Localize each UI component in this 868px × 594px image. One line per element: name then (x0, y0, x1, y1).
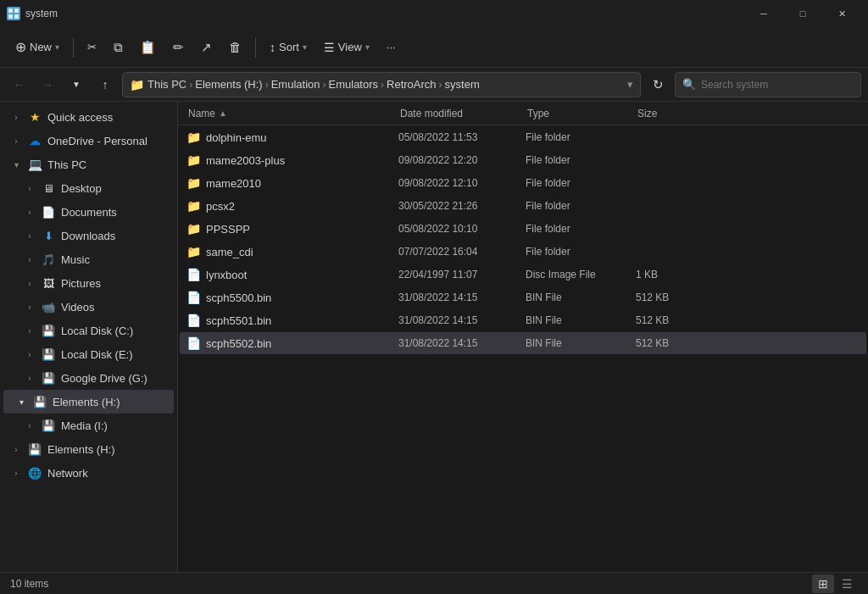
file-doc-icon: 📄 (186, 336, 201, 350)
file-size: 512 KB (636, 314, 704, 326)
sidebar-label-documents: Documents (61, 206, 117, 219)
sidebar-item-downloads[interactable]: › ⬇ Downloads (3, 224, 174, 247)
window-title: system (25, 8, 58, 19)
svg-rect-1 (14, 8, 19, 13)
sidebar-item-onedrive[interactable]: › ☁ OneDrive - Personal (3, 129, 174, 153)
file-size: 512 KB (636, 337, 704, 349)
sidebar-item-media-i[interactable]: › 💾 Media (I:) (3, 414, 174, 437)
title-bar: system ─ □ ✕ (0, 0, 868, 27)
quick-access-icon: ★ (27, 109, 42, 125)
back-button[interactable]: ← (7, 73, 31, 97)
col-size-label: Size (637, 108, 657, 119)
list-view-button[interactable]: ☰ (836, 575, 858, 593)
up-button[interactable]: ↑ (93, 73, 117, 97)
file-type: File folder (526, 177, 636, 189)
file-date: 05/08/2022 11:53 (398, 131, 526, 143)
path-sep-4: › (381, 79, 384, 91)
sidebar-item-elements-h[interactable]: ▾ 💾 Elements (H:) (3, 390, 174, 414)
cut-icon: ✂ (87, 41, 97, 53)
table-row[interactable]: 📄 lynxboot 22/04/1997 11:07 Disc Image F… (180, 264, 866, 286)
maximize-button[interactable]: □ (783, 0, 822, 27)
address-path[interactable]: 📁 This PC › Elements (H:) › Emulation › … (122, 72, 641, 97)
file-doc-icon: 📄 (186, 291, 201, 304)
cut-button[interactable]: ✂ (81, 36, 103, 58)
search-box[interactable]: 🔍 (675, 72, 861, 97)
close-button[interactable]: ✕ (822, 0, 861, 27)
search-input[interactable] (701, 79, 854, 91)
sidebar-item-videos[interactable]: › 📹 Videos (3, 295, 174, 319)
toolbar-separator-1 (73, 37, 74, 58)
view-icon: ☰ (324, 41, 335, 54)
path-part-1: This PC (147, 78, 186, 91)
sidebar-label-desktop: Desktop (61, 182, 102, 195)
network-expand-icon: › (10, 467, 22, 479)
paste-button[interactable]: 📋 (133, 36, 163, 59)
table-row[interactable]: 📁 dolphin-emu 05/08/2022 11:53 File fold… (180, 126, 866, 148)
new-button[interactable]: ⊕ New ▾ (8, 35, 66, 59)
recent-button[interactable]: ▼ (64, 73, 88, 97)
path-part-5: RetroArch (387, 78, 437, 91)
col-header-name[interactable]: Name ▲ (185, 102, 397, 125)
copy-button[interactable]: ⧉ (107, 36, 130, 59)
table-row[interactable]: 📁 PPSSPP 05/08/2022 10:10 File folder (180, 218, 866, 240)
share-button[interactable]: ↗ (194, 36, 219, 59)
rename-button[interactable]: ✏ (166, 36, 191, 59)
file-name: scph5501.bin (206, 314, 271, 327)
col-header-date[interactable]: Date modified (397, 102, 524, 125)
path-folder-icon: 📁 (130, 78, 144, 92)
col-header-type[interactable]: Type (524, 102, 634, 125)
file-type: File folder (526, 200, 636, 212)
sidebar-label-local-c: Local Disk (C:) (61, 325, 133, 337)
sidebar-label-pictures: Pictures (61, 277, 101, 290)
toolbar: ⊕ New ▾ ✂ ⧉ 📋 ✏ ↗ 🗑 ↕ Sort ▾ ☰ View ▾ ··… (0, 27, 868, 68)
col-name-label: Name (188, 108, 215, 119)
quick-access-expand-icon: › (10, 111, 22, 123)
local-c-icon: 💾 (41, 323, 56, 338)
sidebar-label-elements-h2: Elements (H:) (47, 443, 114, 456)
sidebar-item-local-e[interactable]: › 💾 Local Disk (E:) (3, 342, 174, 366)
sidebar-item-elements-h2[interactable]: › 💾 Elements (H:) (3, 437, 174, 461)
sidebar-item-local-c[interactable]: › 💾 Local Disk (C:) (3, 319, 174, 342)
minimize-button[interactable]: ─ (744, 0, 783, 27)
view-button[interactable]: ☰ View ▾ (317, 36, 376, 58)
status-view-buttons: ⊞ ☰ (812, 575, 858, 593)
main-content: › ★ Quick access › ☁ OneDrive - Personal… (0, 102, 868, 572)
table-row[interactable]: 📄 scph5501.bin 31/08/2022 14:15 BIN File… (180, 309, 866, 331)
grid-view-button[interactable]: ⊞ (812, 575, 834, 593)
elements-h-expand-icon: ▾ (15, 396, 27, 408)
sidebar-item-this-pc[interactable]: ▾ 💻 This PC (3, 153, 174, 176)
table-row[interactable]: 📄 scph5502.bin 31/08/2022 14:15 BIN File… (180, 332, 866, 354)
sidebar-item-desktop[interactable]: › 🖥 Desktop (3, 176, 174, 200)
path-part-3: Emulation (271, 78, 320, 91)
sidebar-item-music[interactable]: › 🎵 Music (3, 247, 174, 271)
sidebar-item-quick-access[interactable]: › ★ Quick access (3, 105, 174, 129)
sidebar-item-google-drive[interactable]: › 💾 Google Drive (G:) (3, 366, 174, 390)
sort-chevron-icon: ▾ (303, 42, 307, 52)
google-drive-expand-icon: › (24, 372, 36, 384)
sidebar-label-this-pc: This PC (47, 158, 86, 171)
status-item-count: 10 items (10, 578, 48, 590)
more-button[interactable]: ··· (380, 36, 403, 58)
google-drive-icon: 💾 (41, 370, 56, 386)
sidebar-item-pictures[interactable]: › 🖼 Pictures (3, 271, 174, 295)
elements-h2-expand-icon: › (10, 443, 22, 455)
table-row[interactable]: 📁 mame2010 09/08/2022 12:10 File folder (180, 172, 866, 194)
sort-label: Sort (279, 41, 299, 53)
table-row[interactable]: 📁 same_cdi 07/07/2022 16:04 File folder (180, 241, 866, 263)
elements-h-icon: 💾 (32, 394, 47, 409)
path-part-4: Emulators (329, 78, 379, 91)
table-row[interactable]: 📁 mame2003-plus 09/08/2022 12:20 File fo… (180, 149, 866, 171)
folder-icon: 📁 (186, 199, 201, 213)
sidebar-item-network[interactable]: › 🌐 Network (3, 461, 174, 485)
forward-button[interactable]: → (36, 73, 59, 97)
table-row[interactable]: 📄 scph5500.bin 31/08/2022 14:15 BIN File… (180, 286, 866, 308)
table-row[interactable]: 📁 pcsx2 30/05/2022 21:26 File folder (180, 195, 866, 217)
local-e-expand-icon: › (24, 348, 36, 360)
refresh-button[interactable]: ↻ (646, 73, 670, 97)
sort-button[interactable]: ↕ Sort ▾ (263, 36, 314, 58)
sidebar-item-documents[interactable]: › 📄 Documents (3, 200, 174, 224)
file-size: 1 KB (636, 269, 704, 280)
file-name: dolphin-emu (206, 131, 267, 144)
delete-button[interactable]: 🗑 (222, 36, 248, 58)
col-header-size[interactable]: Size (634, 102, 702, 125)
